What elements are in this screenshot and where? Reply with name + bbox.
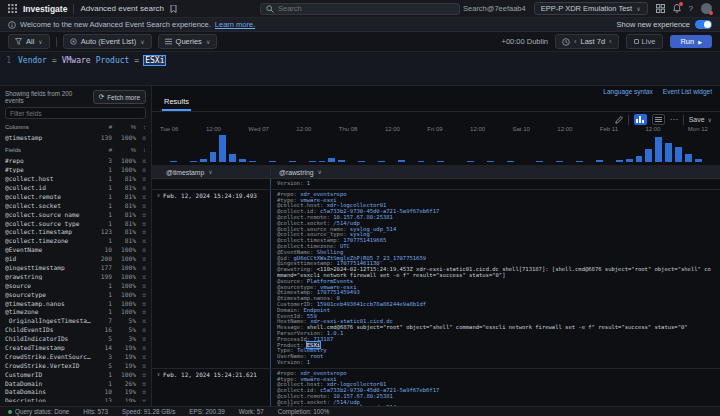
bookmark-icon[interactable] bbox=[170, 5, 177, 13]
field-row[interactable]: @source1100%≡ bbox=[5, 281, 146, 290]
field-row[interactable]: DataDomains1019%≡ bbox=[5, 388, 146, 397]
field-row[interactable]: @collect.remote181%≡ bbox=[5, 192, 146, 201]
expand-caret-icon[interactable]: ∨ bbox=[157, 371, 160, 378]
chevron-left-icon[interactable]: ‹ bbox=[574, 37, 577, 46]
app-menu-investigate[interactable]: Investigate bbox=[23, 4, 67, 14]
row-menu-icon[interactable]: ≡ bbox=[136, 335, 146, 342]
row-menu-icon[interactable]: ≡ bbox=[136, 273, 146, 280]
view-mode-dropdown[interactable]: Auto (Event List) ∨ bbox=[63, 34, 152, 49]
queries-dropdown[interactable]: Queries ∨ bbox=[158, 34, 218, 49]
row-menu-icon[interactable]: ≡ bbox=[136, 228, 146, 235]
row-menu-icon[interactable]: ≡ bbox=[136, 353, 146, 360]
field-row[interactable]: #type1100%≡ bbox=[5, 165, 146, 174]
fields-list[interactable]: #repo3100%≡#type1100%≡@collect.host181%≡… bbox=[5, 156, 146, 402]
environment-selector[interactable]: EPP-P XDR Emulation Test ∨ bbox=[534, 2, 648, 15]
filter-all-dropdown[interactable]: All ∨ bbox=[8, 34, 50, 49]
query-text[interactable]: Vendor=VMwareProduct=ESXi bbox=[18, 56, 170, 81]
query-editor[interactable]: 1 Vendor=VMwareProduct=ESXi bbox=[0, 52, 720, 86]
sort-icon[interactable]: ↕ bbox=[136, 124, 146, 130]
time-range-label[interactable]: Last 7d bbox=[581, 37, 606, 46]
row-menu-icon[interactable]: ≡ bbox=[136, 317, 146, 324]
fetch-more-button[interactable]: ⟳ Fetch more bbox=[93, 90, 146, 104]
field-row[interactable]: @collect.host181%≡ bbox=[5, 174, 146, 183]
field-row[interactable]: ChildIndicatorIDs53%≡ bbox=[5, 334, 146, 343]
field-row[interactable]: CreatedTimestamp1419%≡ bbox=[5, 343, 146, 352]
field-row[interactable]: @ingesttimestamp177100%≡ bbox=[5, 263, 146, 272]
language-syntax-link[interactable]: Language syntax bbox=[603, 88, 653, 97]
row-menu-icon[interactable]: ≡ bbox=[136, 166, 146, 173]
row-menu-icon[interactable]: ≡ bbox=[136, 193, 146, 200]
event-timestamp-cell[interactable] bbox=[152, 179, 270, 189]
field-row[interactable]: @timestamp.nanos1100%≡ bbox=[5, 299, 146, 308]
field-row[interactable]: Description1319%≡ bbox=[5, 396, 146, 402]
row-menu-icon[interactable]: ≡ bbox=[136, 264, 146, 271]
chevron-right-icon[interactable]: › bbox=[609, 37, 612, 46]
row-menu-icon[interactable]: ≡ bbox=[136, 134, 146, 141]
row-menu-icon[interactable]: ≡ bbox=[136, 175, 146, 182]
field-row[interactable]: @timezone1100%≡ bbox=[5, 308, 146, 317]
field-row[interactable]: @collect.timezone181%≡ bbox=[5, 236, 146, 245]
row-menu-icon[interactable]: ≡ bbox=[136, 157, 146, 164]
timeline-chart[interactable]: ⋯ Save ∨ Tue 0612:00Wed 0712:00Thu 0812:… bbox=[152, 112, 720, 166]
row-menu-icon[interactable]: ≡ bbox=[136, 220, 146, 227]
row-menu-icon[interactable]: ≡ bbox=[136, 308, 146, 315]
field-row[interactable]: ChildEventIDs165%≡ bbox=[5, 325, 146, 334]
field-row[interactable]: @collect.source_name181%≡ bbox=[5, 210, 146, 219]
filter-fields-box[interactable] bbox=[5, 107, 146, 119]
column-header-rawstring[interactable]: @rawstring ∨ bbox=[270, 169, 720, 176]
new-experience-toggle[interactable] bbox=[695, 20, 712, 29]
edit-pencil-icon[interactable] bbox=[615, 116, 623, 124]
row-menu-icon[interactable]: ≡ bbox=[136, 184, 146, 191]
more-options-icon[interactable]: ⋯ bbox=[670, 115, 678, 124]
notifications-bell-icon[interactable] bbox=[673, 4, 681, 13]
sort-icon[interactable]: ↕ bbox=[136, 147, 146, 153]
row-menu-icon[interactable]: ≡ bbox=[136, 371, 146, 378]
row-menu-icon[interactable]: ≡ bbox=[136, 237, 146, 244]
expand-caret-icon[interactable]: ∨ bbox=[157, 192, 160, 199]
field-row[interactable]: CustomerID1100%≡ bbox=[5, 370, 146, 379]
field-row[interactable]: CrowdStrike.EventSource...319%≡ bbox=[5, 352, 146, 361]
user-avatar[interactable] bbox=[701, 3, 712, 14]
field-row[interactable]: DataDomain126%≡ bbox=[5, 379, 146, 388]
filter-fields-input[interactable] bbox=[10, 110, 141, 117]
field-row[interactable]: CrowdStrike.VertexID519%≡ bbox=[5, 361, 146, 370]
event-row[interactable]: Version: 1 bbox=[152, 179, 720, 189]
row-menu-icon[interactable]: ≡ bbox=[136, 246, 146, 253]
field-row[interactable]: @sourcetype1100%≡ bbox=[5, 290, 146, 299]
row-menu-icon[interactable]: ≡ bbox=[136, 255, 146, 262]
search-input[interactable] bbox=[278, 4, 454, 13]
table-view-icon[interactable] bbox=[652, 114, 665, 125]
event-timestamp-cell[interactable]: ∨Feb. 12, 2024 15:24:21.621 bbox=[152, 369, 270, 406]
timezone-button[interactable]: +00:00 Dublin bbox=[502, 37, 549, 46]
row-menu-icon[interactable]: ≡ bbox=[136, 282, 146, 289]
field-row[interactable]: @id200100%≡ bbox=[5, 254, 146, 263]
row-menu-icon[interactable]: ≡ bbox=[136, 202, 146, 209]
row-menu-icon[interactable]: ≡ bbox=[136, 326, 146, 333]
field-row[interactable]: @timestamp139100%≡ bbox=[5, 133, 146, 142]
field-row[interactable]: #repo3100%≡ bbox=[5, 156, 146, 165]
field-row[interactable]: @collect.id181%≡ bbox=[5, 183, 146, 192]
live-toggle-button[interactable]: Live bbox=[626, 34, 664, 49]
row-menu-icon[interactable]: ≡ bbox=[136, 211, 146, 218]
run-button[interactable]: Run ▶ bbox=[670, 35, 712, 48]
field-row[interactable]: @collect.timestamp12381%≡ bbox=[5, 227, 146, 236]
row-menu-icon[interactable]: ≡ bbox=[136, 397, 146, 402]
global-search[interactable] bbox=[260, 3, 460, 15]
histogram[interactable] bbox=[160, 134, 712, 162]
row-menu-icon[interactable]: ≡ bbox=[136, 362, 146, 369]
field-row[interactable]: _OriginalIngestTimestamp75%≡ bbox=[5, 316, 146, 325]
row-menu-icon[interactable]: ≡ bbox=[136, 344, 146, 351]
layout-grid-icon[interactable] bbox=[656, 4, 665, 13]
field-row[interactable]: @rawstring199100%≡ bbox=[5, 272, 146, 281]
event-timestamp-cell[interactable]: ∨Feb. 12, 2024 15:24:19.493 bbox=[152, 190, 270, 368]
learn-more-link[interactable]: Learn more. bbox=[215, 20, 255, 29]
row-menu-icon[interactable]: ≡ bbox=[136, 291, 146, 298]
row-menu-icon[interactable]: ≡ bbox=[136, 380, 146, 387]
event-list-widget-link[interactable]: Event List widget bbox=[663, 88, 712, 97]
save-button[interactable]: Save ∨ bbox=[689, 116, 712, 123]
field-row[interactable]: @collect.socket181%≡ bbox=[5, 201, 146, 210]
tab-results[interactable]: Results bbox=[162, 97, 191, 111]
apps-grid-icon[interactable] bbox=[8, 4, 17, 13]
column-header-timestamp[interactable]: @timestamp ∨ bbox=[152, 169, 270, 176]
row-menu-icon[interactable]: ≡ bbox=[136, 300, 146, 307]
